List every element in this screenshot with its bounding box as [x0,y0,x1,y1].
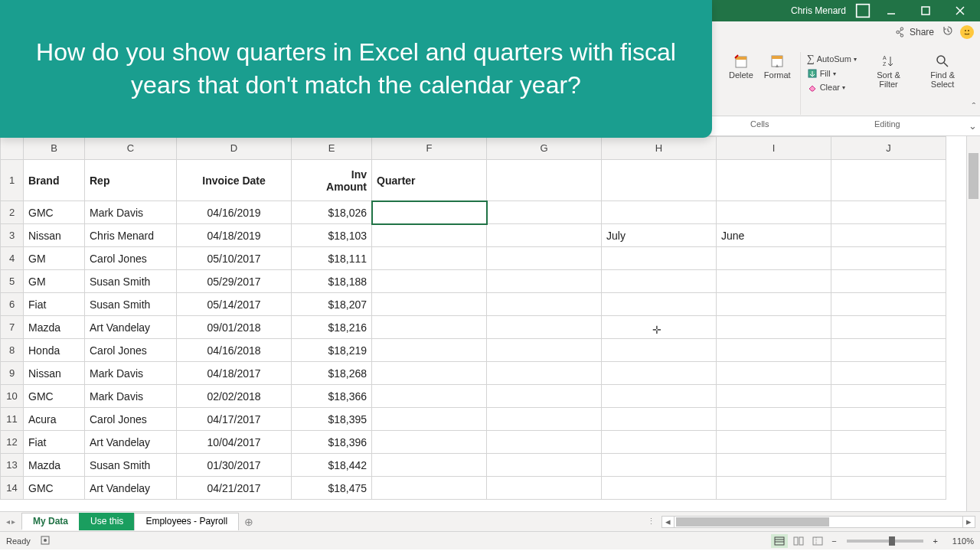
ribbon-display-icon[interactable] [855,3,871,18]
cell[interactable]: Art Vandelay [85,431,177,454]
row-header[interactable]: 3 [1,224,24,247]
close-button[interactable] [942,0,977,21]
cell[interactable]: $18,111 [292,247,372,270]
sheet-tab[interactable]: My Data [21,513,80,530]
row-header[interactable]: 12 [1,431,24,454]
cell[interactable] [372,408,487,431]
horizontal-scroll-thumb[interactable] [676,517,829,527]
macro-record-icon[interactable] [40,535,51,547]
page-break-view-button[interactable] [809,534,826,548]
cell[interactable]: Fiat [24,431,85,454]
hscroll-right[interactable]: ▸ [962,517,975,527]
cell[interactable] [717,247,831,270]
cell[interactable] [487,270,602,293]
horizontal-scrollbar[interactable]: ◂ ▸ [662,516,975,528]
cell[interactable]: Mark Davis [85,362,177,385]
cell[interactable] [831,454,946,477]
cell[interactable] [602,385,717,408]
cell[interactable] [372,270,487,293]
cell[interactable]: Acura [24,408,85,431]
cell[interactable]: $18,395 [292,408,372,431]
cell[interactable]: Carol Jones [85,339,177,362]
cell[interactable] [831,160,946,201]
cell[interactable]: 02/02/2018 [177,385,292,408]
worksheet-grid[interactable]: BCDEFGHIJ1BrandRepInvoice DateInvAmountQ… [0,136,980,511]
cell[interactable]: $18,366 [292,385,372,408]
column-header[interactable]: I [717,137,831,160]
cell[interactable]: 04/18/2017 [177,362,292,385]
cell[interactable] [372,385,487,408]
zoom-percentage[interactable]: 110% [943,536,974,546]
cell[interactable] [487,224,602,247]
cell[interactable] [717,316,831,339]
cell[interactable]: Art Vandelay [85,477,177,500]
cell[interactable] [602,247,717,270]
find-select-button[interactable]: Find & Select [916,52,969,90]
cell[interactable]: Mark Davis [85,385,177,408]
cell[interactable]: $18,188 [292,270,372,293]
cell[interactable]: Mazda [24,454,85,477]
cell[interactable] [602,408,717,431]
cell[interactable] [717,201,831,224]
zoom-out-button[interactable]: − [828,536,839,546]
cell[interactable]: Susan Smith [85,454,177,477]
cell[interactable] [831,247,946,270]
cell[interactable] [831,270,946,293]
cell[interactable] [372,431,487,454]
column-header[interactable]: D [177,137,292,160]
cell[interactable] [372,362,487,385]
cell[interactable]: $18,268 [292,362,372,385]
column-header[interactable]: B [24,137,85,160]
cell[interactable] [831,408,946,431]
minimize-button[interactable] [874,0,908,21]
cell[interactable] [717,362,831,385]
cell[interactable]: 01/30/2017 [177,454,292,477]
cell[interactable]: Art Vandelay [85,316,177,339]
cell[interactable] [487,431,602,454]
cell[interactable] [717,477,831,500]
cell[interactable] [487,293,602,316]
cell[interactable] [487,362,602,385]
cell[interactable] [602,316,717,339]
share-button[interactable]: Share [896,27,934,37]
cell[interactable] [602,201,717,224]
normal-view-button[interactable] [771,534,788,548]
delete-button[interactable]: Delete [724,52,758,81]
cell[interactable]: Susan Smith [85,270,177,293]
hscroll-left[interactable]: ◂ [662,517,675,527]
page-layout-view-button[interactable] [790,534,807,548]
new-sheet-button[interactable]: ⊕ [238,514,260,530]
maximize-button[interactable] [908,0,942,21]
cell[interactable] [372,247,487,270]
cell[interactable] [831,293,946,316]
cell[interactable] [372,316,487,339]
column-header[interactable]: C [85,137,177,160]
cell[interactable] [831,385,946,408]
cell[interactable]: $18,396 [292,431,372,454]
cell[interactable]: Mazda [24,316,85,339]
cell[interactable] [831,339,946,362]
cell[interactable] [602,362,717,385]
cell[interactable] [831,201,946,224]
cell[interactable]: 04/18/2019 [177,224,292,247]
table-header-cell[interactable]: Quarter [372,160,487,201]
row-header[interactable]: 13 [1,454,24,477]
tab-nav-first[interactable]: ◂ [6,517,10,526]
zoom-slider[interactable] [847,540,923,543]
row-header[interactable]: 9 [1,362,24,385]
row-header[interactable]: 10 [1,385,24,408]
column-header[interactable]: F [372,137,487,160]
cell[interactable] [372,454,487,477]
cell[interactable] [372,477,487,500]
autosum-button[interactable]: ∑AutoSum▾ [805,52,858,66]
cell[interactable]: $18,207 [292,293,372,316]
table-header-cell[interactable]: Invoice Date [177,160,292,201]
cell[interactable] [487,385,602,408]
collapse-ribbon-button[interactable]: ˆ [972,101,975,112]
cell[interactable]: 05/14/2017 [177,293,292,316]
clear-button[interactable]: Clear▾ [805,81,858,93]
cell[interactable] [717,270,831,293]
vertical-scrollbar[interactable] [966,136,980,511]
cell[interactable]: Mark Davis [85,201,177,224]
cell[interactable] [372,339,487,362]
